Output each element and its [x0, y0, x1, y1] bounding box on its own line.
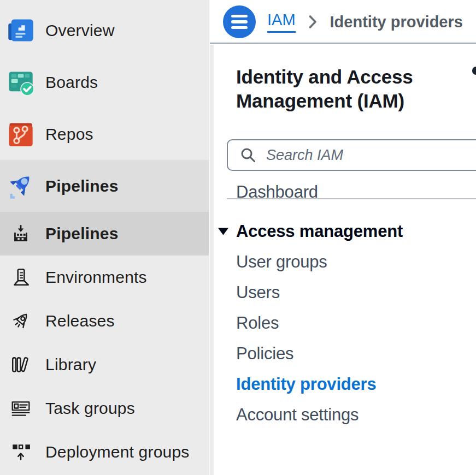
sidebar-item-pipelines[interactable]: Pipelines [0, 160, 209, 212]
chevron-right-icon [309, 15, 317, 29]
pipelines-rocket-icon [3, 172, 38, 200]
library-icon [3, 354, 38, 375]
nav-item-roles[interactable]: Roles [210, 308, 476, 339]
nav-item-identity-providers[interactable]: Identity providers [210, 369, 476, 400]
sidebar-item-label: Task groups [45, 399, 135, 418]
sidebar-item-overview[interactable]: Overview [0, 4, 209, 56]
app-window: Overview Boards [0, 0, 476, 475]
search-input[interactable] [266, 147, 476, 164]
nav-item-user-groups[interactable]: User groups [210, 247, 476, 277]
sidebar-item-task-groups[interactable]: Task groups [0, 387, 209, 430]
boards-icon [3, 68, 38, 97]
sidebar-item-library[interactable]: Library [0, 343, 209, 387]
nav-section-access-management[interactable]: Access management [210, 216, 476, 247]
sidebar-item-deployment-groups[interactable]: Deployment groups [0, 430, 209, 474]
overview-icon [3, 16, 38, 45]
hamburger-icon [231, 15, 248, 18]
sidebar-item-releases[interactable]: Releases [0, 299, 209, 343]
sidebar-item-environments[interactable]: Environments [0, 256, 209, 299]
repos-icon [3, 120, 38, 149]
sidebar-item-label: Repos [45, 125, 93, 144]
search-icon [240, 147, 256, 163]
project-sidebar: Overview Boards [0, 0, 209, 475]
sidebar-item-label: Library [45, 355, 96, 374]
sidebar-item-label: Pipelines [45, 224, 119, 243]
sidebar-item-label: Deployment groups [45, 443, 190, 461]
close-icon[interactable] [472, 67, 476, 75]
environments-icon [3, 267, 38, 288]
iam-nav-panel: Identity and Access Management (IAM) Das… [210, 45, 476, 475]
nav-item-dashboard[interactable]: Dashboard [210, 177, 476, 207]
triangle-down-icon [218, 227, 229, 236]
search-box[interactable] [227, 139, 476, 171]
sidebar-item-label: Pipelines [45, 177, 119, 195]
console-header: IAM Identity providers [210, 0, 476, 44]
sidebar-item-pipelines-selected[interactable]: Pipelines [0, 212, 209, 256]
sidebar-item-label: Environments [45, 268, 147, 287]
sidebar-item-repos[interactable]: Repos [0, 108, 209, 160]
breadcrumb-iam-link[interactable]: IAM [267, 11, 296, 33]
breadcrumb-current: Identity providers [330, 13, 463, 31]
iam-console-panel: IAM Identity providers Identity and Acce… [210, 0, 476, 475]
nav-item-policies[interactable]: Policies [210, 339, 476, 369]
pipelines-build-icon [3, 223, 38, 244]
menu-button[interactable] [223, 5, 256, 38]
page-title: Identity and Access Management (IAM) [236, 65, 413, 113]
sidebar-item-boards[interactable]: Boards [0, 56, 209, 108]
iam-nav-list: Dashboard Access management User groups … [210, 177, 476, 430]
sidebar-item-label: Boards [45, 73, 98, 92]
deployment-groups-icon [3, 442, 38, 462]
nav-item-users[interactable]: Users [210, 277, 476, 308]
sidebar-item-label: Releases [45, 312, 115, 330]
nav-item-account-settings[interactable]: Account settings [210, 400, 476, 430]
releases-icon [3, 311, 38, 331]
sidebar-item-label: Overview [45, 21, 115, 40]
task-groups-icon [3, 398, 38, 419]
breadcrumb: IAM Identity providers [267, 0, 463, 44]
